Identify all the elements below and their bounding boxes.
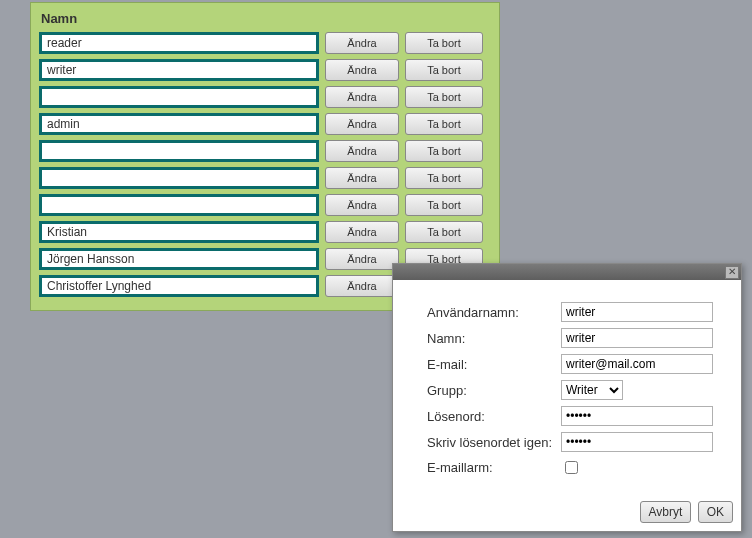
table-row: writer Ändra Ta bort [39,59,491,81]
name-cell[interactable]: Kristian [39,221,319,243]
dialog-footer: Avbryt OK [393,493,741,531]
email-label: E-mail: [427,357,561,372]
delete-button[interactable]: Ta bort [405,167,483,189]
name-cell[interactable]: reader [39,32,319,54]
edit-button[interactable]: Ändra [325,275,399,297]
delete-button[interactable]: Ta bort [405,221,483,243]
group-label: Grupp: [427,383,561,398]
table-row: Ändra Ta bort [39,86,491,108]
emailalarm-label: E-maillarm: [427,460,561,475]
edit-button[interactable]: Ändra [325,248,399,270]
close-icon[interactable]: ✕ [725,266,739,279]
table-row: Ändra Ta bort [39,194,491,216]
name-cell[interactable]: Jörgen Hansson [39,248,319,270]
username-label: Användarnamn: [427,305,561,320]
delete-button[interactable]: Ta bort [405,140,483,162]
password2-field[interactable] [561,432,713,452]
username-field[interactable] [561,302,713,322]
edit-user-dialog: ✕ Användarnamn: Namn: E-mail: Grupp: Wri… [392,263,742,532]
emailalarm-checkbox[interactable] [565,461,578,474]
edit-button[interactable]: Ändra [325,194,399,216]
name-cell[interactable]: writer [39,59,319,81]
table-row: Ändra Ta bort [39,167,491,189]
name-cell[interactable] [39,167,319,189]
table-row: Kristian Ändra Ta bort [39,221,491,243]
name-field[interactable] [561,328,713,348]
edit-button[interactable]: Ändra [325,86,399,108]
delete-button[interactable]: Ta bort [405,86,483,108]
password2-label: Skriv lösenordet igen: [427,435,561,450]
edit-button[interactable]: Ändra [325,167,399,189]
email-field[interactable] [561,354,713,374]
delete-button[interactable]: Ta bort [405,59,483,81]
name-cell[interactable] [39,194,319,216]
table-row: admin Ändra Ta bort [39,113,491,135]
table-row: reader Ändra Ta bort [39,32,491,54]
name-cell[interactable]: admin [39,113,319,135]
edit-button[interactable]: Ändra [325,140,399,162]
edit-button[interactable]: Ändra [325,113,399,135]
delete-button[interactable]: Ta bort [405,194,483,216]
password-label: Lösenord: [427,409,561,424]
name-cell[interactable] [39,140,319,162]
dialog-titlebar[interactable]: ✕ [393,264,741,280]
group-select[interactable]: Writer [561,380,623,400]
ok-button[interactable]: OK [698,501,733,523]
name-label: Namn: [427,331,561,346]
table-row: Ändra Ta bort [39,140,491,162]
edit-button[interactable]: Ändra [325,221,399,243]
dialog-body: Användarnamn: Namn: E-mail: Grupp: Write… [393,280,741,493]
edit-button[interactable]: Ändra [325,59,399,81]
password-field[interactable] [561,406,713,426]
table-header: Namn [39,7,491,32]
cancel-button[interactable]: Avbryt [640,501,692,523]
edit-button[interactable]: Ändra [325,32,399,54]
name-cell[interactable]: Christoffer Lynghed [39,275,319,297]
delete-button[interactable]: Ta bort [405,32,483,54]
delete-button[interactable]: Ta bort [405,113,483,135]
name-cell[interactable] [39,86,319,108]
